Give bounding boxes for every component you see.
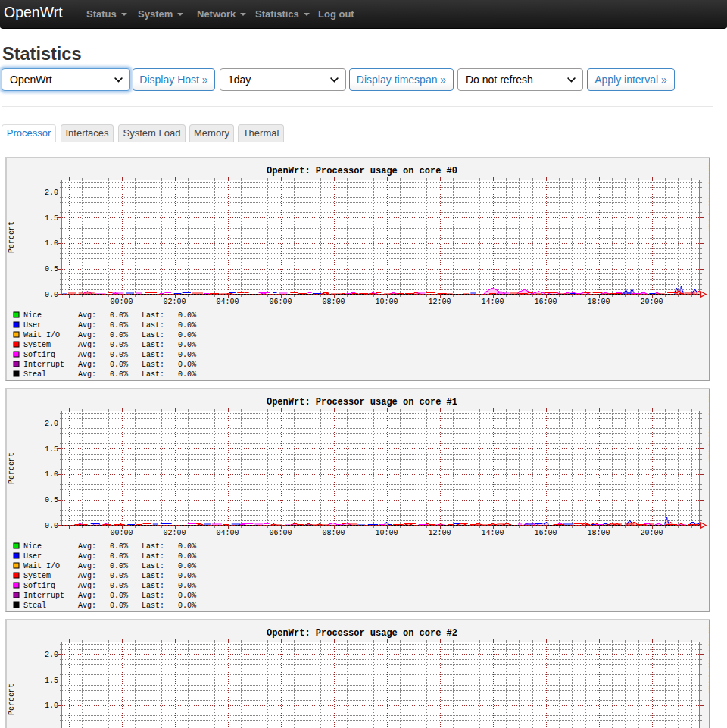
svg-text:Wait I/O Avg: 0.0% Last: Wait I/O Avg: 0.0% Last: 0.0% bbox=[23, 562, 196, 570]
svg-text:RRDTOOL / TOBI OETIKER: RRDTOOL / TOBI OETIKER bbox=[707, 394, 710, 462]
svg-text:Steal Avg: 0.0% Last: Steal Avg: 0.0% Last: 0.0% bbox=[23, 370, 196, 379]
svg-text:20:00: 20:00 bbox=[640, 529, 663, 537]
svg-text:2.0: 2.0 bbox=[45, 420, 58, 428]
svg-text:00:00: 00:00 bbox=[110, 298, 133, 306]
svg-text:Interrupt Avg: 0.0% Last: Interrupt Avg: 0.0% Last: 0.0% bbox=[23, 592, 196, 600]
svg-text:16:00: 16:00 bbox=[534, 529, 557, 537]
svg-text:02:00: 02:00 bbox=[163, 298, 186, 306]
svg-text:Softirq Avg: 0.0% Last: Softirq Avg: 0.0% Last: 0.0% bbox=[23, 351, 196, 359]
svg-text:06:00: 06:00 bbox=[269, 529, 292, 537]
svg-text:16:00: 16:00 bbox=[534, 298, 557, 306]
svg-text:18:00: 18:00 bbox=[587, 529, 610, 537]
svg-text:2.0: 2.0 bbox=[45, 651, 58, 659]
svg-text:User Avg: 0.0% Last: User Avg: 0.0% Last: 0.0% bbox=[23, 321, 196, 330]
svg-text:0.0: 0.0 bbox=[45, 291, 58, 299]
svg-text:0.0: 0.0 bbox=[45, 522, 58, 530]
svg-text:10:00: 10:00 bbox=[375, 529, 398, 537]
svg-text:Interrupt Avg: 0.0% Last: Interrupt Avg: 0.0% Last: 0.0% bbox=[23, 361, 196, 369]
svg-text:OpenWrt: Processor usage on co: OpenWrt: Processor usage on core #2 bbox=[267, 628, 457, 639]
svg-text:1.5: 1.5 bbox=[45, 214, 58, 223]
svg-text:08:00: 08:00 bbox=[322, 298, 345, 306]
svg-text:Softirq Avg: 0.0% Last: Softirq Avg: 0.0% Last: 0.0% bbox=[23, 582, 196, 590]
svg-text:12:00: 12:00 bbox=[428, 298, 451, 306]
svg-text:Wait I/O Avg: 0.0% Last: Wait I/O Avg: 0.0% Last: 0.0% bbox=[23, 331, 196, 339]
svg-text:Nice Avg: 0.0% Last: Nice Avg: 0.0% Last: 0.0% bbox=[23, 311, 196, 320]
svg-text:1.0: 1.0 bbox=[45, 701, 58, 710]
svg-text:00:00: 00:00 bbox=[110, 529, 133, 537]
svg-text:OpenWrt: Processor usage on co: OpenWrt: Processor usage on core #0 bbox=[267, 166, 457, 177]
svg-text:12:00: 12:00 bbox=[428, 529, 451, 537]
svg-text:08:00: 08:00 bbox=[322, 529, 345, 537]
svg-text:RRDTOOL / TOBI OETIKER: RRDTOOL / TOBI OETIKER bbox=[707, 625, 710, 693]
svg-text:Nice Avg: 0.0% Last: Nice Avg: 0.0% Last: 0.0% bbox=[23, 542, 196, 551]
svg-text:Percent: Percent bbox=[8, 683, 16, 715]
svg-text:Percent: Percent bbox=[8, 221, 16, 253]
svg-text:0.5: 0.5 bbox=[45, 265, 58, 273]
svg-text:Percent: Percent bbox=[8, 452, 16, 484]
svg-text:1.0: 1.0 bbox=[45, 239, 58, 248]
svg-text:1.5: 1.5 bbox=[45, 445, 58, 454]
svg-text:System Avg: 0.0% Last: System Avg: 0.0% Last: 0.0% bbox=[23, 572, 196, 580]
svg-text:OpenWrt: Processor usage on co: OpenWrt: Processor usage on core #1 bbox=[267, 397, 457, 408]
svg-text:14:00: 14:00 bbox=[481, 298, 504, 306]
svg-text:RRDTOOL / TOBI OETIKER: RRDTOOL / TOBI OETIKER bbox=[707, 163, 710, 231]
svg-text:14:00: 14:00 bbox=[481, 529, 504, 537]
svg-text:04:00: 04:00 bbox=[216, 298, 239, 306]
svg-text:System Avg: 0.0% Last: System Avg: 0.0% Last: 0.0% bbox=[23, 341, 196, 349]
svg-text:10:00: 10:00 bbox=[375, 298, 398, 306]
svg-text:1.0: 1.0 bbox=[45, 470, 58, 479]
svg-text:20:00: 20:00 bbox=[640, 298, 663, 306]
svg-text:2.0: 2.0 bbox=[45, 189, 58, 197]
svg-text:0.5: 0.5 bbox=[45, 496, 58, 505]
svg-text:02:00: 02:00 bbox=[163, 529, 186, 537]
svg-text:04:00: 04:00 bbox=[216, 529, 239, 537]
svg-text:User Avg: 0.0% Last: User Avg: 0.0% Last: 0.0% bbox=[23, 552, 196, 561]
svg-text:06:00: 06:00 bbox=[269, 298, 292, 306]
svg-text:18:00: 18:00 bbox=[587, 298, 610, 306]
svg-text:1.5: 1.5 bbox=[45, 676, 58, 685]
svg-text:Steal Avg: 0.0% Last: Steal Avg: 0.0% Last: 0.0% bbox=[23, 601, 196, 610]
